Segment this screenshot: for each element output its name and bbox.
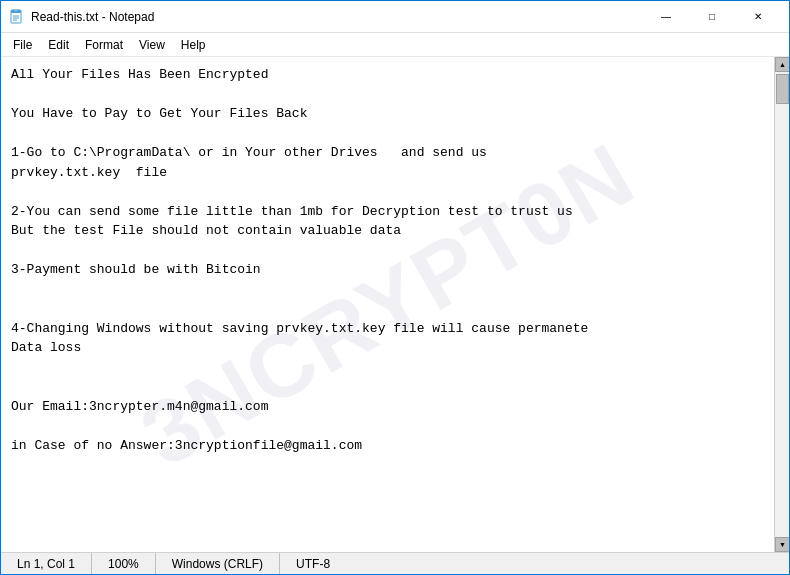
menu-bar: File Edit Format View Help — [1, 33, 789, 57]
window-title: Read-this.txt - Notepad — [31, 10, 154, 24]
notepad-window: Read-this.txt - Notepad — □ ✕ File Edit … — [0, 0, 790, 575]
scrollbar[interactable]: ▲ ▼ — [774, 57, 789, 552]
maximize-button[interactable]: □ — [689, 1, 735, 33]
scroll-track[interactable] — [775, 72, 789, 537]
menu-help[interactable]: Help — [173, 36, 214, 54]
scroll-up-button[interactable]: ▲ — [775, 57, 789, 72]
menu-file[interactable]: File — [5, 36, 40, 54]
editor-container: 3NCRYPT0N All Your Files Has Been Encryp… — [1, 57, 789, 552]
close-button[interactable]: ✕ — [735, 1, 781, 33]
status-line-ending: Windows (CRLF) — [156, 553, 280, 574]
text-content[interactable]: All Your Files Has Been Encrypted You Ha… — [1, 57, 774, 552]
minimize-button[interactable]: — — [643, 1, 689, 33]
text-area-wrapper: 3NCRYPT0N All Your Files Has Been Encryp… — [1, 57, 774, 552]
menu-edit[interactable]: Edit — [40, 36, 77, 54]
title-bar-left: Read-this.txt - Notepad — [9, 9, 643, 25]
status-position: Ln 1, Col 1 — [1, 553, 92, 574]
svg-rect-5 — [14, 9, 18, 11]
title-bar-controls: — □ ✕ — [643, 1, 781, 33]
status-bar: Ln 1, Col 1 100% Windows (CRLF) UTF-8 — [1, 552, 789, 574]
scroll-down-button[interactable]: ▼ — [775, 537, 789, 552]
scroll-thumb[interactable] — [776, 74, 789, 104]
menu-format[interactable]: Format — [77, 36, 131, 54]
title-bar: Read-this.txt - Notepad — □ ✕ — [1, 1, 789, 33]
status-zoom: 100% — [92, 553, 156, 574]
menu-view[interactable]: View — [131, 36, 173, 54]
app-icon — [9, 9, 25, 25]
status-encoding: UTF-8 — [280, 553, 346, 574]
